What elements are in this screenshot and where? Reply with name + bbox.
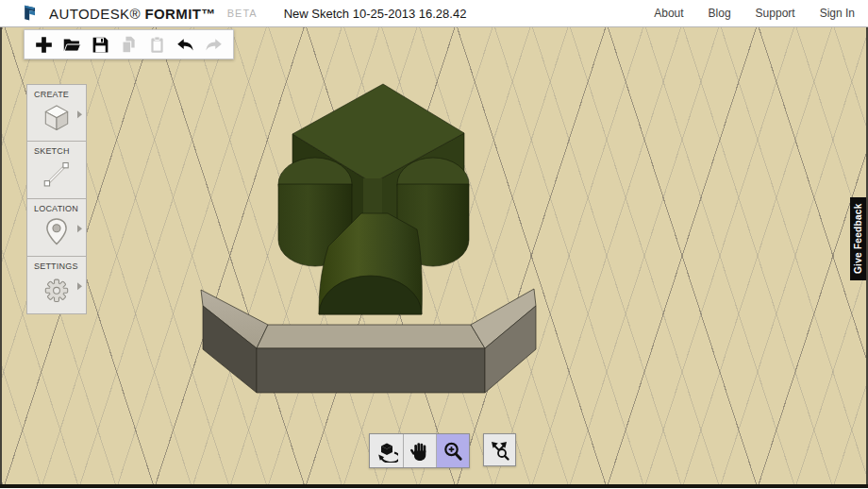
create-expand-arrow-icon [77,110,82,118]
tool-sidebar: CREATE SKETCH LOCATION [26,84,87,314]
floppy-disk-icon [91,35,110,55]
brand-autodesk: AUTODESK® [49,6,141,22]
navigation-group [369,433,470,468]
open-folder-icon [62,35,82,55]
new-sketch-button[interactable] [33,34,55,56]
location-expand-arrow-icon [77,225,82,232]
zoom-tool-button[interactable] [436,434,469,467]
formit-logo-icon [21,4,40,23]
zoom-extents-tool-button[interactable] [483,433,516,466]
gear-icon [41,274,73,306]
create-label: CREATE [34,90,86,99]
settings-expand-arrow-icon [77,282,82,290]
zoom-in-icon [442,440,464,463]
sidebar-item-sketch[interactable]: SKETCH [26,142,87,199]
map-pin-icon [41,216,73,248]
document-title: New Sketch 10-25-2013 16.28.42 [284,7,467,21]
brand-formit: FORMIT™ [144,6,215,22]
plus-icon [34,35,54,55]
navigation-toolbar [369,433,516,468]
redo-button[interactable] [203,34,225,56]
give-feedback-label: Give Feedback [853,204,863,275]
sketch-label: SKETCH [34,146,86,156]
redo-arrow-icon [204,35,224,55]
sidebar-item-create[interactable]: CREATE [26,84,87,142]
settings-label: SETTINGS [34,261,86,271]
give-feedback-tab[interactable]: Give Feedback [850,197,866,280]
paste-button[interactable] [146,34,168,56]
zoom-extents-icon [489,439,511,462]
location-label: LOCATION [34,204,86,213]
cube-icon [41,102,73,134]
app-header: AUTODESK® FORMIT™ BETA New Sketch 10-25-… [0,0,868,27]
link-about[interactable]: About [654,7,683,20]
viewport-canvas[interactable]: CREATE SKETCH LOCATION [0,27,868,484]
clipboard-icon [147,35,167,55]
save-button[interactable] [90,34,111,56]
header-links: About Blog Support Sign In [654,7,855,20]
file-toolbar [24,29,234,59]
undo-button[interactable] [175,34,196,56]
sidebar-item-settings[interactable]: SETTINGS [26,257,87,314]
model-3d-scene [2,27,866,484]
pan-tool-button[interactable] [403,434,436,467]
undo-arrow-icon [175,35,195,55]
link-sign-in[interactable]: Sign In [820,7,855,20]
link-blog[interactable]: Blog [709,7,731,20]
window-bottom-border [0,484,868,488]
line-icon [41,159,73,191]
brand-title: AUTODESK® FORMIT™ [49,6,216,22]
beta-badge: BETA [227,8,258,19]
open-button[interactable] [61,34,83,56]
model-green-figure[interactable] [278,84,469,314]
sidebar-item-location[interactable]: LOCATION [26,199,87,257]
copy-button[interactable] [118,34,140,56]
orbit-tool-button[interactable] [370,434,403,467]
link-support[interactable]: Support [756,7,795,20]
orbit-icon [376,440,398,463]
copy-icon [119,35,139,55]
hand-icon [409,440,431,463]
